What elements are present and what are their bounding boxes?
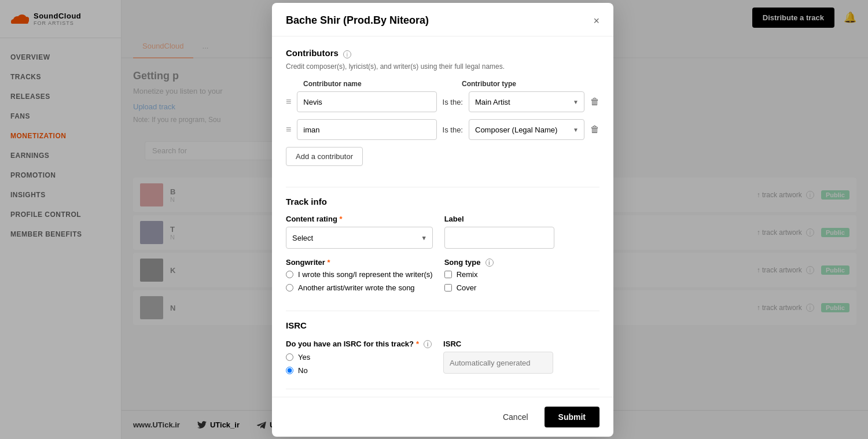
isrc-left: Do you have an ISRC for this track? * i … <box>286 340 432 379</box>
delete-contributor-1[interactable]: 🗑 <box>590 97 599 107</box>
isrc-input <box>443 352 553 374</box>
isrc-no-label: No <box>298 366 308 375</box>
content-rating-group: Content rating * Select Clean Explicit N… <box>286 215 433 249</box>
isrc-no-option[interactable]: No <box>286 366 432 375</box>
contributor-name-input-2[interactable] <box>297 119 436 140</box>
modal-dialog: Bache Shir (Prod.By Niteora) × Contribut… <box>272 3 613 437</box>
contributor-name-header: Contributor name <box>303 80 415 88</box>
songwriter-section: Songwriter * I wrote this song/I represe… <box>286 258 433 292</box>
song-type-group: Song type i Remix Cover <box>444 258 554 292</box>
label-input[interactable] <box>444 227 554 249</box>
label-group: Label <box>444 215 554 249</box>
song-type-remix[interactable]: Remix <box>444 270 554 279</box>
isrc-field-label: ISRC <box>443 340 553 348</box>
contributors-section: Contributors i Credit composer(s), lyric… <box>286 48 599 178</box>
label-label: Label <box>444 215 554 223</box>
modal-body: Contributors i Credit composer(s), lyric… <box>272 36 613 397</box>
contributor-type-header: Contributor type <box>462 80 578 88</box>
isrc-right: ISRC <box>443 340 553 379</box>
track-info-left: Content rating * Select Clean Explicit N… <box>286 215 433 301</box>
is-the-label-2: Is the: <box>443 126 463 134</box>
cancel-button[interactable]: Cancel <box>494 408 538 426</box>
song-type-info-icon[interactable]: i <box>486 259 494 267</box>
track-info-section: Track info Content rating * Select Clean… <box>286 197 599 301</box>
contributor-row-1: ≡ Is the: Main Artist Composer (Legal Na… <box>286 91 599 112</box>
is-the-label-1: Is the: <box>443 98 463 106</box>
songwriter-radio-1[interactable] <box>286 271 293 278</box>
contributor-name-input-1[interactable] <box>297 91 436 112</box>
songwriter-option-1[interactable]: I wrote this song/I represent the writer… <box>286 270 433 279</box>
cover-label: Cover <box>457 283 477 292</box>
isrc-no-radio[interactable] <box>286 367 293 374</box>
songwriter-radio-2[interactable] <box>286 284 293 292</box>
isrc-section: ISRC Do you have an ISRC for this track?… <box>286 320 599 379</box>
modal-footer: Cancel Submit <box>272 397 613 437</box>
modal-header: Bache Shir (Prod.By Niteora) × <box>272 3 613 36</box>
content-rating-select[interactable]: Select Clean Explicit None <box>286 227 433 249</box>
cover-checkbox[interactable] <box>444 284 452 292</box>
remix-label: Remix <box>457 270 478 279</box>
track-info-right: Label Song type i Remix Cov <box>444 215 554 301</box>
contributors-title: Contributors <box>286 48 339 58</box>
isrc-yes-option[interactable]: Yes <box>286 353 432 361</box>
isrc-info-icon[interactable]: i <box>424 340 432 348</box>
drag-handle-2[interactable]: ≡ <box>286 124 291 135</box>
add-contributor-button[interactable]: Add a contributor <box>286 147 363 166</box>
songwriter-option-1-label: I wrote this song/I represent the writer… <box>298 270 433 279</box>
delete-contributor-2[interactable]: 🗑 <box>590 124 599 135</box>
contributor-type-select-2[interactable]: Main Artist Composer (Legal Name) Lyrici… <box>469 119 584 140</box>
track-info-title: Track info <box>286 197 599 206</box>
isrc-yes-label: Yes <box>298 353 310 361</box>
song-type-label: Song type i <box>444 258 554 267</box>
songwriter-option-2-label: Another artist/writer wrote the song <box>298 283 415 292</box>
submit-button[interactable]: Submit <box>545 407 599 427</box>
isrc-columns: Do you have an ISRC for this track? * i … <box>286 340 599 379</box>
songwriter-label: Songwriter * <box>286 258 433 267</box>
song-type-cover[interactable]: Cover <box>444 283 554 292</box>
contributor-row-2: ≡ Is the: Main Artist Composer (Legal Na… <box>286 119 599 140</box>
isrc-yes-radio[interactable] <box>286 353 293 361</box>
contributors-subtitle: Credit composer(s), lyricist(s), and wri… <box>286 62 599 71</box>
songwriter-option-2[interactable]: Another artist/writer wrote the song <box>286 283 433 292</box>
content-rating-label: Content rating * <box>286 215 433 223</box>
isrc-question-label: Do you have an ISRC for this track? * i <box>286 340 432 348</box>
isrc-title: ISRC <box>286 320 599 330</box>
track-info-columns: Content rating * Select Clean Explicit N… <box>286 215 599 301</box>
modal-close-button[interactable]: × <box>593 16 599 26</box>
contributors-info-icon[interactable]: i <box>343 50 351 58</box>
drag-handle-1[interactable]: ≡ <box>286 97 291 107</box>
remix-checkbox[interactable] <box>444 271 452 278</box>
modal-title: Bache Shir (Prod.By Niteora) <box>286 14 429 27</box>
contributor-type-select-1[interactable]: Main Artist Composer (Legal Name) Lyrici… <box>469 91 584 112</box>
